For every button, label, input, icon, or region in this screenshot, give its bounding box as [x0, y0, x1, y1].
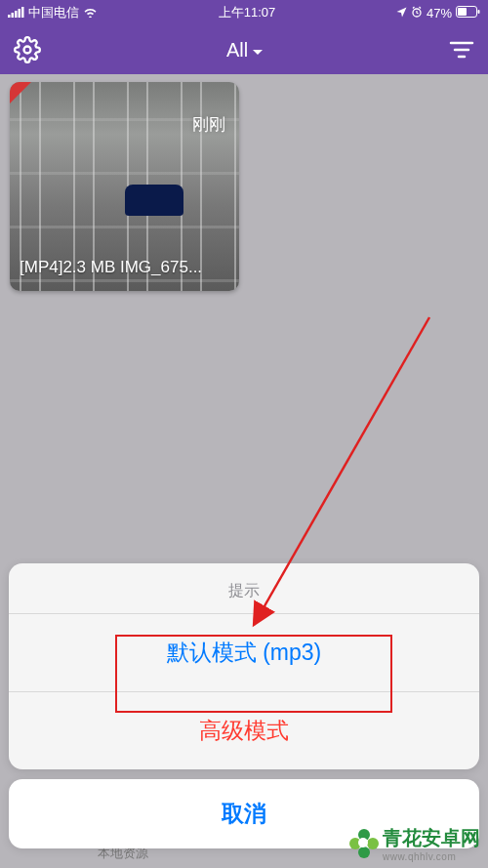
nav-title-dropdown[interactable]: All: [226, 39, 264, 62]
svg-point-9: [24, 47, 31, 54]
thumbnail-timestamp: 刚刚: [192, 113, 225, 136]
status-time: 上午11:07: [98, 4, 396, 21]
nav-bar: All: [0, 25, 488, 74]
svg-rect-8: [478, 10, 480, 14]
battery-icon: [456, 6, 480, 21]
thumbnail-file-label: [MP4]2.3 MB IMG_675...: [20, 258, 235, 277]
new-flag-icon: [10, 82, 31, 103]
signal-icon: [8, 6, 24, 21]
default-mode-button[interactable]: 默认模式 (mp3): [9, 614, 479, 692]
svg-rect-0: [8, 15, 11, 18]
watermark: 青花安卓网 www.qhhlv.com: [349, 825, 480, 862]
video-thumbnail[interactable]: 刚刚 [MP4]2.3 MB IMG_675...: [10, 82, 239, 291]
nav-title-label: All: [226, 39, 248, 62]
action-sheet-title: 提示: [9, 563, 479, 614]
svg-rect-1: [12, 13, 15, 18]
svg-rect-2: [15, 11, 18, 18]
status-bar: 中国电信 上午11:07 47%: [0, 0, 488, 25]
status-right: 47%: [396, 6, 480, 21]
svg-rect-7: [458, 8, 467, 16]
alarm-icon: [411, 6, 423, 21]
action-sheet: 提示 默认模式 (mp3) 高级模式 取消: [9, 563, 479, 848]
battery-text: 47%: [427, 6, 452, 21]
watermark-url: www.qhhlv.com: [383, 851, 480, 862]
svg-rect-3: [19, 9, 21, 18]
chevron-down-icon: [252, 39, 264, 62]
carrier-label: 中国电信: [28, 4, 79, 21]
watermark-logo-icon: [349, 829, 379, 858]
wifi-icon: [83, 6, 98, 21]
advanced-mode-button[interactable]: 高级模式: [9, 692, 479, 769]
svg-rect-4: [21, 7, 24, 18]
location-icon: [396, 6, 407, 21]
status-left: 中国电信: [8, 4, 98, 21]
settings-button[interactable]: [14, 36, 41, 63]
filter-button[interactable]: [449, 40, 474, 60]
watermark-brand: 青花安卓网: [383, 827, 480, 848]
